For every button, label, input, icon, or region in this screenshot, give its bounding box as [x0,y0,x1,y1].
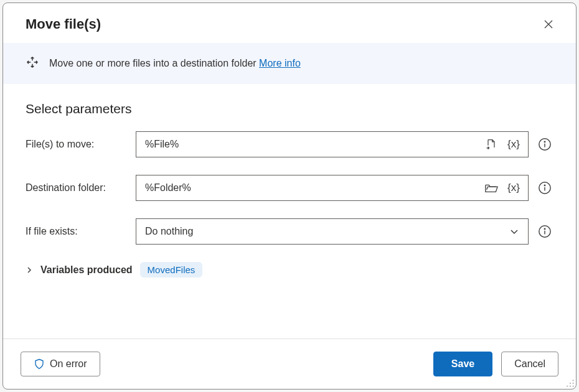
row-if-file-exists: If file exists: Do nothing [26,218,553,245]
dialog-title: Move file(s) [26,16,101,32]
variable-picker-button-files[interactable]: {x} [504,135,523,154]
chevron-down-icon [509,226,519,236]
svg-point-5 [544,185,545,185]
dialog-header: Move file(s) [3,3,576,43]
variable-icon: {x} [507,138,520,151]
variable-pill-movedfiles[interactable]: MovedFiles [140,262,203,278]
more-info-link[interactable]: More info [259,58,301,68]
description-bar: Move one or more files into a destinatio… [3,43,576,84]
variable-icon: {x} [507,182,520,194]
svg-point-9 [573,380,574,381]
variables-produced-label: Variables produced [40,264,133,276]
select-file-button[interactable] [482,135,501,154]
file-picker-icon [485,138,497,151]
info-icon [538,181,552,195]
close-icon [544,19,553,29]
label-if-file-exists: If file exists: [26,226,128,237]
row-files-to-move: File(s) to move: {x} [26,131,553,157]
dialog-footer: On error Save Cancel [3,338,576,389]
info-button-folder[interactable] [536,179,553,197]
label-destination-folder: Destination folder: [26,182,128,194]
select-folder-button[interactable] [482,179,501,197]
section-title: Select parameters [26,101,553,116]
if-file-exists-select[interactable]: Do nothing [136,218,529,245]
destination-folder-input[interactable] [145,175,478,200]
on-error-button[interactable]: On error [21,352,100,376]
resize-grip-icon[interactable] [566,379,575,388]
svg-point-13 [570,386,571,387]
svg-point-10 [570,383,571,384]
files-to-move-input[interactable] [145,132,478,157]
move-files-dialog: Move file(s) Move one or more files into… [2,2,577,390]
svg-point-8 [544,228,545,229]
move-arrows-icon [26,55,39,72]
shield-icon [34,358,45,370]
dialog-content: Select parameters File(s) to move: {x} [3,84,576,338]
info-button-files[interactable] [536,136,553,153]
save-button[interactable]: Save [433,352,492,376]
if-file-exists-value: Do nothing [145,226,193,237]
input-wrap-folder: {x} [136,175,529,201]
svg-point-14 [573,386,574,387]
svg-point-12 [567,386,568,387]
info-icon [538,225,552,238]
input-wrap-files: {x} [136,131,529,157]
svg-point-11 [573,383,574,384]
row-destination-folder: Destination folder: {x} [26,175,553,201]
label-files-to-move: File(s) to move: [26,139,128,150]
footer-right: Save Cancel [433,352,558,376]
close-button[interactable] [539,14,558,34]
info-icon [538,138,552,151]
folder-picker-icon [484,182,498,194]
info-button-exists[interactable] [536,223,553,240]
cancel-button[interactable]: Cancel [501,352,558,376]
chevron-right-icon [26,266,33,274]
description-text: Move one or more files into a destinatio… [49,58,301,69]
svg-point-2 [544,141,545,142]
variables-produced-row[interactable]: Variables produced MovedFiles [26,262,553,278]
variable-picker-button-folder[interactable]: {x} [504,179,523,197]
